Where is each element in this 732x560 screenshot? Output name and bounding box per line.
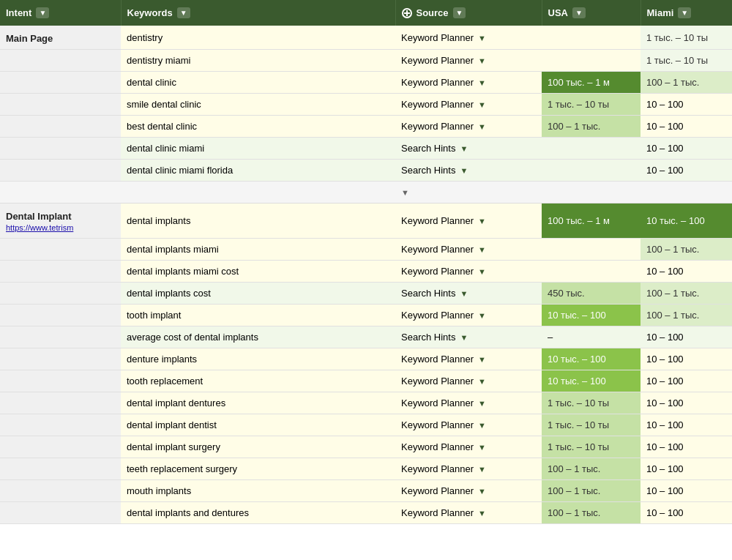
intent-cell: [0, 480, 121, 502]
source-value: Keyword Planner: [401, 215, 474, 226]
source-cell: Search Hints▼: [395, 283, 542, 305]
source-value: Search Hints: [401, 165, 455, 176]
miami-cell: 10 – 100: [640, 436, 732, 458]
table-row: mouth implantsKeyword Planner▼100 – 1 ты…: [0, 480, 732, 502]
intent-cell: [0, 239, 121, 261]
intent-cell: [0, 283, 121, 305]
source-dropdown-arrow[interactable]: ▼: [478, 122, 486, 131]
miami-cell: 10 – 100: [640, 116, 732, 138]
intent-header-label: Intent: [6, 7, 31, 18]
source-cell: Search Hints▼: [395, 138, 542, 160]
table-row: denture implantsKeyword Planner▼10 тыс. …: [0, 348, 732, 370]
intent-cell: [0, 94, 121, 116]
table-row: dental clinic miami floridaSearch Hints▼…: [0, 160, 732, 182]
source-dropdown-arrow[interactable]: ▼: [478, 465, 486, 474]
miami-sort-icon[interactable]: ▼: [678, 7, 691, 18]
keyword-cell: dentistry miami: [121, 50, 395, 72]
intent-cell: [0, 160, 121, 182]
source-header[interactable]: Source ▼: [395, 0, 542, 26]
source-dropdown-arrow[interactable]: ▼: [478, 245, 486, 254]
intent-cell: [0, 305, 121, 326]
source-dropdown-arrow[interactable]: ▼: [478, 217, 486, 225]
header-row: Intent ▼ Keywords ▼ Source ▼: [0, 0, 732, 26]
source-dropdown-arrow[interactable]: ▼: [478, 267, 486, 276]
source-cell: Search Hints▼: [395, 160, 542, 182]
table-row: dental implant dentistKeyword Planner▼1 …: [0, 414, 732, 436]
source-dropdown-arrow[interactable]: ▼: [478, 78, 486, 87]
intent-cell: [0, 436, 121, 458]
intent-cell: Main Page: [0, 26, 121, 50]
source-value: Keyword Planner: [401, 507, 474, 518]
source-dropdown-arrow[interactable]: ▼: [478, 421, 486, 430]
source-dropdown-arrow[interactable]: ▼: [478, 100, 486, 109]
usa-cell: –: [542, 326, 640, 348]
source-dropdown-arrow[interactable]: ▼: [478, 311, 486, 320]
usa-cell: 100 тыс. – 1 м: [542, 204, 640, 239]
keyword-cell: mouth implants: [121, 480, 395, 502]
intent-cell: [0, 458, 121, 480]
table-row: dental implants costSearch Hints▼450 тыс…: [0, 283, 732, 305]
source-value: Search Hints: [401, 288, 455, 299]
miami-cell: 100 – 1 тыс.: [640, 283, 732, 305]
source-dropdown-arrow[interactable]: ▼: [478, 34, 486, 42]
usa-sort-icon[interactable]: ▼: [572, 7, 586, 18]
keywords-table: Intent ▼ Keywords ▼ Source ▼: [0, 0, 732, 524]
keyword-cell: dental implants and dentures: [121, 502, 395, 524]
source-dropdown-arrow[interactable]: ▼: [460, 166, 468, 175]
keywords-sort-icon[interactable]: ▼: [177, 7, 190, 18]
intent-header[interactable]: Intent ▼: [0, 0, 121, 26]
usa-cell: [542, 160, 640, 182]
keyword-cell: average cost of dental implants: [121, 326, 395, 348]
source-sort-icon[interactable]: ▼: [453, 7, 466, 18]
source-dropdown-arrow[interactable]: ▼: [478, 377, 486, 386]
intent-cell: [0, 326, 121, 348]
usa-header-label: USA: [548, 7, 568, 18]
table-row: smile dental clinicKeyword Planner▼1 тыс…: [0, 94, 732, 116]
source-header-label: Source: [417, 7, 449, 18]
keyword-cell: dental clinic miami: [121, 138, 395, 160]
source-dropdown-arrow[interactable]: ▼: [478, 487, 486, 496]
main-table-container: Intent ▼ Keywords ▼ Source ▼: [0, 0, 732, 524]
source-dropdown-arrow[interactable]: ▼: [478, 443, 486, 452]
table-row: Dental Implanthttps://www.tetrismdental …: [0, 204, 732, 239]
intent-cell: [0, 138, 121, 160]
source-dropdown-arrow[interactable]: ▼: [460, 144, 468, 153]
source-value: Keyword Planner: [401, 354, 474, 365]
source-cell: Keyword Planner▼: [395, 370, 542, 392]
keyword-cell: dental clinic miami florida: [121, 160, 395, 182]
source-dropdown-arrow[interactable]: ▼: [460, 333, 468, 342]
usa-cell: 100 – 1 тыс.: [542, 480, 640, 502]
table-row: dental implants miami costKeyword Planne…: [0, 261, 732, 283]
source-dropdown-arrow[interactable]: ▼: [460, 289, 468, 298]
source-value: Keyword Planner: [401, 55, 474, 66]
source-dropdown-arrow[interactable]: ▼: [478, 355, 486, 364]
intent-sort-icon[interactable]: ▼: [36, 7, 49, 18]
keyword-cell: tooth replacement: [121, 370, 395, 392]
keywords-header[interactable]: Keywords ▼: [121, 0, 395, 26]
keyword-cell: dental implants miami: [121, 239, 395, 261]
miami-cell: 100 – 1 тыс.: [640, 305, 732, 326]
usa-cell: 1 тыс. – 10 ты: [542, 94, 640, 116]
intent-link[interactable]: https://www.tetrism: [6, 223, 73, 232]
source-dropdown-arrow[interactable]: ▼: [478, 399, 486, 408]
source-dropdown-arrow[interactable]: ▼: [478, 509, 486, 518]
intent-cell: [0, 116, 121, 138]
source-dropdown-arrow[interactable]: ▼: [478, 56, 486, 65]
source-cell: Keyword Planner▼: [395, 94, 542, 116]
keyword-cell: tooth implant: [121, 305, 395, 326]
usa-cell: [542, 26, 640, 50]
miami-cell: 10 – 100: [640, 348, 732, 370]
miami-cell: 10 – 100: [640, 261, 732, 283]
usa-cell: 10 тыс. – 100: [542, 305, 640, 326]
table-row: tooth implantKeyword Planner▼10 тыс. – 1…: [0, 305, 732, 326]
source-cell: Keyword Planner▼: [395, 50, 542, 72]
source-cell: Keyword Planner▼: [395, 72, 542, 94]
source-cell: Search Hints▼: [395, 326, 542, 348]
miami-cell: 1 тыс. – 10 ты: [640, 50, 732, 72]
miami-header[interactable]: Miami ▼: [640, 0, 732, 26]
usa-cell: [542, 50, 640, 72]
source-value: Keyword Planner: [401, 121, 474, 132]
keyword-cell: denture implants: [121, 348, 395, 370]
usa-header[interactable]: USA ▼: [542, 0, 640, 26]
source-cell: Keyword Planner▼: [395, 204, 542, 239]
